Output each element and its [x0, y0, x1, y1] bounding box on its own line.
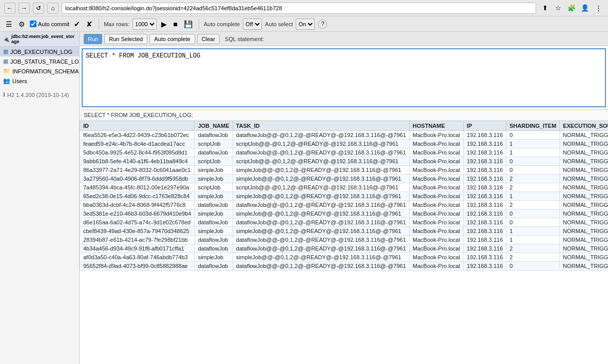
cell-sharding-item: 2	[506, 175, 560, 183]
commit-button[interactable]: ✔	[72, 20, 82, 28]
table-row: feaed59-e24c-4b7b-8c4e-d1acdea17accscrip…	[80, 140, 609, 148]
cell-id: 9abb61b8-5efe-4140-a1f6-4eb11ba849c4	[80, 157, 195, 166]
sidebar-item-job-execution-log[interactable]: ▦ JOB_EXECUTION_LOG	[0, 47, 79, 56]
auto-complete-button[interactable]: Auto complete	[149, 34, 195, 44]
browser-action-buttons: ⬆ ☆ 🧩 👤 ⋮	[539, 3, 604, 14]
connection-label: jdbc:h2:mem:job_event_storage	[11, 34, 76, 44]
cell-sharding-item: 2	[506, 183, 560, 192]
cell-ip: 192.168.3.116	[463, 262, 506, 271]
cell-hostname: MacBook-Pro.local	[409, 236, 463, 244]
profile-button[interactable]: 👤	[579, 3, 591, 14]
col-header-ip[interactable]: IP	[463, 121, 506, 131]
results-area: SELECT * FROM JOB_EXECUTION_LOG; IDJOB_N…	[80, 109, 608, 364]
table-row: 9abb61b8-5efe-4140-a1f6-4eb11ba849c4scri…	[80, 157, 609, 166]
cell-id: 3a279560-40a0-4906-8f79-6ddd9f5958db	[80, 175, 195, 183]
maxrows-label: Max rows:	[104, 21, 129, 27]
forward-button[interactable]: →	[18, 3, 30, 14]
autoselect-select[interactable]: On	[296, 18, 315, 30]
table-row: 95652f84-d9ad-4073-bf99-0c85882988aedata…	[80, 262, 609, 271]
cell-job-name: dataflowJob	[195, 201, 233, 209]
table-row: 5dbc450a-9925-4e52-8c44-f953f095d8d1data…	[80, 148, 609, 157]
col-header-hostname[interactable]: HOSTNAME	[409, 121, 463, 131]
cell-task-id: scriptJob@@-@0,1,2@-@READY@-@192.168.3.1…	[233, 140, 409, 148]
cell-hostname: MacBook-Pro.local	[409, 218, 463, 227]
sql-toolbar: Run Run Selected Auto complete Clear SQL…	[80, 32, 608, 46]
cell-job-name: dataflowJob	[195, 262, 233, 271]
browser-chrome: ← → ↺ ⌂ ⬆ ☆ 🧩 👤 ⋮	[0, 0, 608, 16]
cell-execution-source: NORMAL_TRIGGER	[560, 131, 608, 140]
cell-hostname: MacBook-Pro.local	[409, 140, 463, 148]
bookmark-button[interactable]: ☆	[553, 3, 564, 14]
cell-ip: 192.168.3.116	[463, 175, 506, 183]
sql-editor[interactable]	[82, 48, 606, 107]
col-header-execution-source[interactable]: EXECUTION_SOURCE	[560, 121, 608, 131]
clear-button[interactable]: Clear	[197, 34, 220, 44]
table-row: 4b34a456-d934-49c9-91f8-afb0171cffa1data…	[80, 244, 609, 253]
col-header-task-id[interactable]: TASK_ID	[233, 121, 409, 131]
table-row: 28394b87-e61b-4214-ac79-7fe298bf21bbdata…	[80, 236, 609, 244]
col-header-sharding-item[interactable]: SHARDING_ITEM	[506, 121, 560, 131]
back-button[interactable]: ←	[4, 3, 15, 14]
extensions-button[interactable]: 🧩	[566, 3, 577, 14]
rollback-button[interactable]: ✘	[85, 20, 94, 28]
autoselect-label: Auto select	[265, 21, 293, 27]
cell-sharding-item: 2	[506, 244, 560, 253]
share-button[interactable]: ⬆	[539, 3, 550, 14]
sidebar-item-users[interactable]: 👥 Users	[0, 76, 79, 86]
save-icon-button[interactable]: 💾	[182, 20, 194, 28]
table-row: cbef8439-49ad-430e-857a-79470d348625simp…	[80, 227, 609, 236]
table-icon-1: ▦	[3, 48, 8, 55]
connection-icon: 🔌	[3, 36, 9, 42]
stop-icon-button[interactable]: ■	[172, 20, 179, 28]
help-button[interactable]: ?	[318, 20, 327, 29]
url-bar[interactable]	[62, 3, 536, 14]
sidebar-toggle-button[interactable]: ☰	[4, 20, 14, 28]
sidebar-label-5: H2 1.4.200 (2019-10-14)	[7, 92, 69, 98]
cell-sharding-item: 1	[506, 140, 560, 148]
cell-id: d6e165aa-6a02-4d75-a74c-9d1e02c678ed	[80, 218, 195, 227]
run-selected-button[interactable]: Run Selected	[104, 34, 147, 44]
separator-1	[99, 19, 99, 29]
autocomplete-select[interactable]: Off	[243, 18, 262, 30]
cell-ip: 192.168.3.116	[463, 183, 506, 192]
col-header-id[interactable]: ID	[80, 121, 195, 131]
cell-ip: 192.168.3.116	[463, 157, 506, 166]
sidebar-item-job-status-trace-log[interactable]: ▦ JOB_STATUS_TRACE_LOG	[0, 56, 79, 66]
sidebar-item-information-schema[interactable]: 📁 INFORMATION_SCHEMA	[0, 66, 79, 76]
cell-hostname: MacBook-Pro.local	[409, 148, 463, 157]
sidebar-label-1: JOB_EXECUTION_LOG	[10, 49, 72, 55]
sidebar: 🔌 jdbc:h2:mem:job_event_storage ▦ JOB_EX…	[0, 32, 80, 364]
cell-id: 7a485394-4bca-45fc-8012-00e1e297e90a	[80, 183, 195, 192]
cell-hostname: MacBook-Pro.local	[409, 131, 463, 140]
cell-hostname: MacBook-Pro.local	[409, 166, 463, 175]
cell-task-id: scriptJob@@-@0,1,2@-@READY@-@192.168.3.1…	[233, 183, 409, 192]
cell-task-id: simpleJob@@-@0,1,2@-@READY@-@192.168.3.1…	[233, 192, 409, 201]
sidebar-label-3: INFORMATION_SCHEMA	[12, 68, 79, 74]
cell-ip: 192.168.3.116	[463, 236, 506, 244]
autocommit-checkbox[interactable]	[30, 21, 36, 27]
cell-hostname: MacBook-Pro.local	[409, 192, 463, 201]
refresh-button[interactable]: ↺	[33, 3, 44, 14]
preferences-button[interactable]: ⚙	[17, 20, 27, 28]
cell-ip: 192.168.3.116	[463, 140, 506, 148]
sidebar-label-4: Users	[12, 78, 27, 84]
col-header-job-name[interactable]: JOB_NAME	[195, 121, 233, 131]
cell-hostname: MacBook-Pro.local	[409, 157, 463, 166]
cell-id: f6ea5526-e5e3-4d22-9439-c23b61b072ec	[80, 131, 195, 140]
table-row: af0d3a50-c40a-4a63-80af-746abdb774b3simp…	[80, 253, 609, 262]
cell-execution-source: NORMAL_TRIGGER	[560, 148, 608, 157]
cell-ip: 192.168.3.116	[463, 192, 506, 201]
menu-button[interactable]: ⋮	[593, 3, 604, 14]
cell-task-id: simpleJob@@-@0,1,2@-@READY@-@192.168.3.1…	[233, 253, 409, 262]
autocomplete-label: Auto complete	[204, 21, 240, 27]
cell-job-name: scriptJob	[195, 140, 233, 148]
cell-sharding-item: 0	[506, 262, 560, 271]
run-icon-button[interactable]: ▶	[160, 20, 168, 28]
cell-execution-source: NORMAL_TRIGGER	[560, 166, 608, 175]
table-row: 65ed2c38-0e15-4d06-9dcc-c1763e828c84simp…	[80, 192, 609, 201]
table-row: 7a485394-4bca-45fc-8012-00e1e297e90ascri…	[80, 183, 609, 192]
home-button[interactable]: ⌂	[47, 3, 59, 14]
statement-label: SQL statement:	[225, 36, 264, 42]
run-button[interactable]: Run	[84, 34, 102, 44]
maxrows-select[interactable]: 1000	[132, 18, 157, 30]
